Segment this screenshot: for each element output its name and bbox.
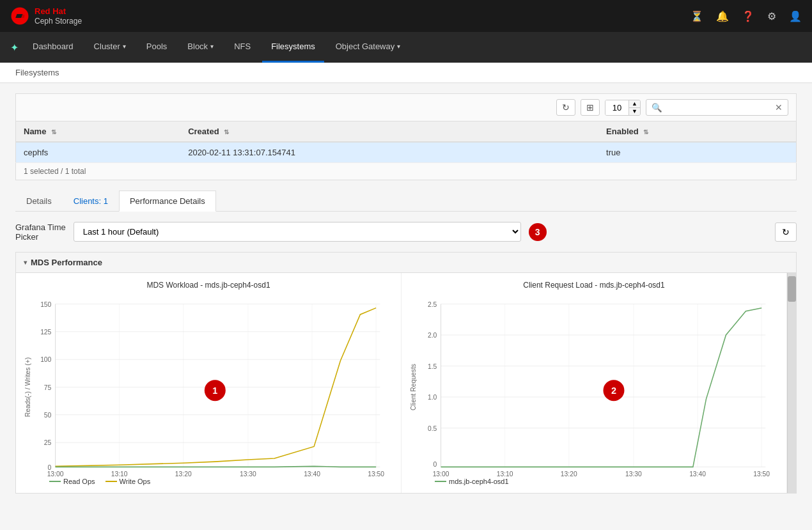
table-toolbar: ↻ ⊞ 10 ▲ ▼ 🔍 ✕ xyxy=(15,93,797,121)
svg-text:13:40: 13:40 xyxy=(689,471,706,478)
content-area: ↻ ⊞ 10 ▲ ▼ 🔍 ✕ Name ⇅ Created ⇅ xyxy=(0,83,812,504)
topbar-icons: ⏳ 🔔 ❓ ⚙ 👤 xyxy=(691,10,802,22)
svg-text:2.0: 2.0 xyxy=(428,332,437,339)
main-nav: ✦ Dashboard Cluster ▾ Pools Block ▾ NFS … xyxy=(0,32,812,63)
tabs-bar: Details Clients: 1 Performance Details xyxy=(15,191,797,212)
svg-text:2: 2 xyxy=(611,386,616,396)
col-created[interactable]: Created ⇅ xyxy=(180,121,598,143)
rows-per-page-control: 10 ▲ ▼ xyxy=(605,100,641,116)
tab-clients[interactable]: Clients: 1 xyxy=(63,191,119,212)
svg-text:50: 50 xyxy=(44,412,52,419)
rows-per-page-input[interactable]: 10 xyxy=(605,100,629,115)
charts-container: MDS Workload - mds.jb-ceph4-osd1 Reads(-… xyxy=(16,273,796,493)
svg-text:13:00: 13:00 xyxy=(433,471,449,478)
nav-filesystems[interactable]: Filesystems xyxy=(262,32,324,63)
svg-text:0.5: 0.5 xyxy=(428,425,437,432)
brand-logo: Red Hat Ceph Storage xyxy=(10,6,82,26)
svg-text:13:20: 13:20 xyxy=(175,471,192,478)
mds-section: ▾ MDS Performance MDS Workload - mds.jb-… xyxy=(15,252,797,494)
svg-text:13:40: 13:40 xyxy=(304,471,320,478)
nav-dashboard[interactable]: Dashboard xyxy=(24,32,82,63)
perf-controls: Grafana Time Picker Last 1 hour (Default… xyxy=(15,222,797,242)
svg-text:75: 75 xyxy=(44,384,52,391)
table-row[interactable]: cephfs 2020-02-11 13:31:07.154741 true xyxy=(16,142,797,163)
write-ops-legend-color xyxy=(105,481,117,482)
svg-text:2.5: 2.5 xyxy=(428,301,437,308)
tasks-icon[interactable]: ⏳ xyxy=(691,10,703,22)
tab-details[interactable]: Details xyxy=(15,191,63,212)
grafana-time-picker-label: Grafana Time Picker xyxy=(15,222,66,242)
help-icon[interactable]: ❓ xyxy=(742,10,754,22)
svg-text:13:30: 13:30 xyxy=(625,471,642,478)
refresh-perf-button[interactable]: ↻ xyxy=(775,222,797,242)
ceph-icon: ✦ xyxy=(10,42,19,54)
enabled-sort-icon: ⇅ xyxy=(643,129,648,136)
svg-text:25: 25 xyxy=(44,439,52,446)
read-ops-legend-color xyxy=(49,481,61,482)
search-input[interactable] xyxy=(668,100,770,115)
chart-2-area: Client Requests 2.5 2.0 1.5 1.0 0.5 0 xyxy=(409,295,779,474)
nav-cluster[interactable]: Cluster ▾ xyxy=(85,32,135,63)
nav-block[interactable]: Block ▾ xyxy=(178,32,223,63)
svg-text:Reads(-) / Writes (+): Reads(-) / Writes (+) xyxy=(24,357,31,417)
svg-text:100: 100 xyxy=(40,356,51,363)
nav-pools[interactable]: Pools xyxy=(137,32,176,63)
chart-mds-workload: MDS Workload - mds.jb-ceph4-osd1 Reads(-… xyxy=(16,273,402,493)
columns-button[interactable]: ⊞ xyxy=(581,99,600,116)
filesystems-table: Name ⇅ Created ⇅ Enabled ⇅ cephfs 2020-0… xyxy=(15,121,797,163)
breadcrumb: Filesystems xyxy=(0,63,812,83)
brand-name: Red Hat Ceph Storage xyxy=(35,6,82,26)
rows-spinners: ▲ ▼ xyxy=(629,100,640,115)
chart-1-svg: Reads(-) / Writes (+) 150 125 100 75 50 … xyxy=(24,295,393,479)
name-sort-icon: ⇅ xyxy=(51,129,56,136)
time-picker-select[interactable]: Last 1 hour (Default) Last 15 minutes La… xyxy=(74,222,521,242)
tab-performance-details[interactable]: Performance Details xyxy=(119,191,216,212)
chart-2-svg: Client Requests 2.5 2.0 1.5 1.0 0.5 0 xyxy=(409,295,779,479)
redhat-logo-icon xyxy=(10,6,29,26)
svg-text:Client Requests: Client Requests xyxy=(410,364,417,410)
svg-text:150: 150 xyxy=(40,301,51,308)
cluster-caret-icon: ▾ xyxy=(123,43,126,50)
svg-text:13:10: 13:10 xyxy=(497,471,513,478)
svg-text:13:10: 13:10 xyxy=(111,471,128,478)
svg-text:13:30: 13:30 xyxy=(240,471,256,478)
object-gateway-caret-icon: ▾ xyxy=(397,43,400,50)
cell-created: 2020-02-11 13:31:07.154741 xyxy=(180,142,598,163)
nav-nfs[interactable]: NFS xyxy=(225,32,260,63)
search-wrap: 🔍 ✕ xyxy=(646,99,788,116)
chart-1-area: Reads(-) / Writes (+) 150 125 100 75 50 … xyxy=(24,295,393,474)
svg-text:1.0: 1.0 xyxy=(428,394,437,401)
badge-3: 3 xyxy=(529,223,547,241)
svg-text:125: 125 xyxy=(40,329,51,336)
svg-text:13:50: 13:50 xyxy=(753,471,770,478)
rows-decrement-button[interactable]: ▼ xyxy=(629,108,640,115)
table-footer: 1 selected / 1 total xyxy=(15,163,797,180)
topbar: Red Hat Ceph Storage ⏳ 🔔 ❓ ⚙ 👤 xyxy=(0,0,812,32)
mds-node-legend-color xyxy=(435,481,446,482)
col-enabled[interactable]: Enabled ⇅ xyxy=(598,121,796,143)
svg-text:13:50: 13:50 xyxy=(368,471,384,478)
svg-text:1: 1 xyxy=(212,386,217,396)
search-icon-button[interactable]: 🔍 xyxy=(646,100,668,115)
col-name[interactable]: Name ⇅ xyxy=(16,121,181,143)
block-caret-icon: ▾ xyxy=(210,43,214,50)
svg-text:0: 0 xyxy=(433,461,437,468)
chart-client-request: Client Request Load - mds.jb-ceph4-osd1 … xyxy=(402,273,787,493)
mds-collapse-icon: ▾ xyxy=(24,259,27,266)
svg-text:13:20: 13:20 xyxy=(561,471,577,478)
settings-icon[interactable]: ⚙ xyxy=(767,10,776,22)
clear-search-button[interactable]: ✕ xyxy=(770,100,788,115)
svg-text:1.5: 1.5 xyxy=(428,363,437,370)
mds-section-header[interactable]: ▾ MDS Performance xyxy=(16,253,796,273)
svg-text:13:00: 13:00 xyxy=(47,471,64,478)
refresh-table-button[interactable]: ↻ xyxy=(556,99,575,116)
scrollbar[interactable] xyxy=(787,273,796,493)
user-icon[interactable]: 👤 xyxy=(789,10,802,22)
rows-increment-button[interactable]: ▲ xyxy=(629,100,640,108)
nav-object-gateway[interactable]: Object Gateway ▾ xyxy=(327,32,410,63)
bell-icon[interactable]: 🔔 xyxy=(716,10,729,22)
cell-name: cephfs xyxy=(16,142,181,163)
created-sort-icon: ⇅ xyxy=(224,129,229,136)
cell-enabled: true xyxy=(598,142,796,163)
